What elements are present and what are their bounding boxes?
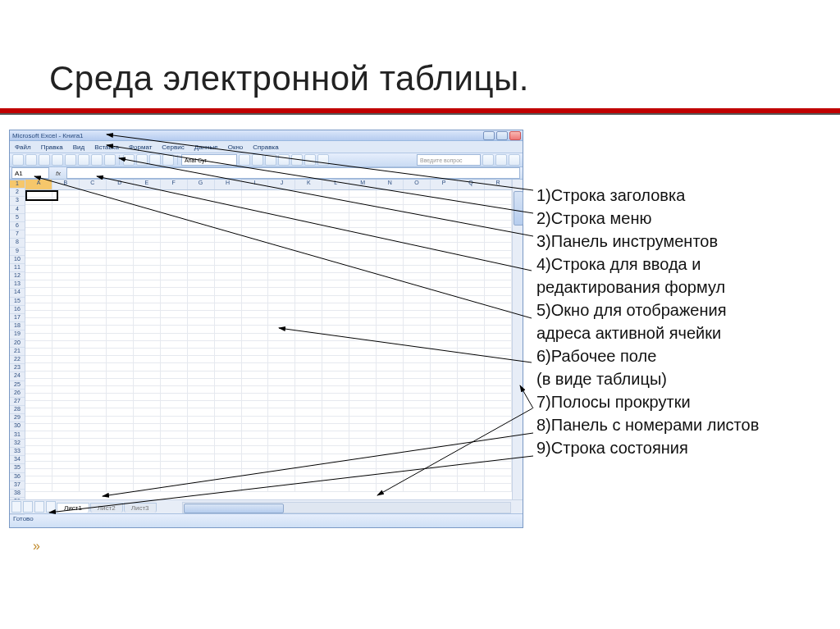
row-header[interactable]: 6 — [10, 222, 25, 230]
toolbar-button[interactable] — [495, 154, 507, 166]
column-header[interactable]: R — [485, 180, 512, 189]
toolbar-button[interactable] — [482, 154, 494, 166]
row-header[interactable]: 33 — [10, 448, 25, 456]
toolbar-button[interactable] — [104, 154, 116, 166]
row-header[interactable]: 7 — [10, 230, 25, 239]
fx-label[interactable]: fx — [52, 170, 64, 177]
column-header[interactable]: Q — [458, 180, 485, 189]
toolbar-button[interactable] — [149, 154, 161, 166]
row-header[interactable]: 23 — [10, 364, 25, 372]
menu-data[interactable]: Данные — [189, 144, 223, 151]
row-header[interactable]: 38 — [10, 490, 25, 498]
name-box[interactable]: A1 — [11, 167, 49, 179]
row-header[interactable]: 35 — [10, 464, 25, 472]
row-header[interactable]: 21 — [10, 348, 25, 356]
row-header[interactable]: 25 — [10, 381, 25, 390]
column-header[interactable]: G — [188, 180, 215, 189]
menu-edit[interactable]: Правка — [36, 144, 68, 151]
row-header[interactable]: 2 — [10, 189, 25, 197]
horizontal-scrollbar[interactable] — [182, 502, 511, 513]
column-header[interactable]: A — [25, 180, 52, 189]
sheet-nav-prev[interactable] — [23, 501, 33, 513]
row-header[interactable]: 12 — [10, 272, 25, 280]
row-header[interactable]: 31 — [10, 431, 25, 440]
toolbar-button[interactable] — [304, 154, 316, 166]
row-header[interactable]: 11 — [10, 264, 25, 272]
column-header[interactable]: E — [134, 180, 161, 189]
row-header[interactable]: 20 — [10, 340, 25, 348]
row-header[interactable]: 18 — [10, 322, 25, 330]
row-header[interactable]: 36 — [10, 473, 25, 481]
toolbar-button[interactable] — [291, 154, 303, 166]
column-header[interactable]: P — [431, 180, 458, 189]
row-header[interactable]: 16 — [10, 306, 25, 314]
toolbar-button[interactable] — [136, 154, 148, 166]
cells-area[interactable] — [25, 190, 512, 492]
row-header[interactable]: 32 — [10, 440, 25, 448]
menu-file[interactable]: Файл — [10, 144, 36, 151]
row-header[interactable]: 37 — [10, 481, 25, 490]
menu-service[interactable]: Сервис — [157, 144, 189, 151]
menu-format[interactable]: Формат — [124, 144, 157, 151]
sheet-nav-next[interactable] — [34, 501, 44, 513]
horizontal-scroll-thumb[interactable] — [184, 504, 284, 513]
column-header[interactable]: I — [242, 180, 269, 189]
row-header[interactable]: 30 — [10, 422, 25, 431]
row-header[interactable]: 8 — [10, 239, 25, 247]
column-header[interactable]: N — [377, 180, 404, 189]
row-header[interactable]: 9 — [10, 248, 25, 256]
row-header[interactable]: 19 — [10, 330, 25, 339]
row-header[interactable]: 3 — [10, 197, 25, 205]
toolbar-button[interactable] — [91, 154, 103, 166]
row-header[interactable]: 27 — [10, 398, 25, 406]
column-header[interactable]: J — [268, 180, 295, 189]
toolbar-button[interactable] — [239, 154, 250, 166]
help-search-box[interactable]: Введите вопрос — [417, 154, 481, 166]
row-header[interactable]: 4 — [10, 206, 25, 214]
column-header[interactable]: D — [107, 180, 134, 189]
column-header[interactable]: H — [215, 180, 242, 189]
menu-insert[interactable]: Вставка — [89, 144, 124, 151]
sheet-tab-3[interactable]: Лист3 — [124, 503, 157, 513]
toolbar-button[interactable] — [12, 154, 24, 166]
toolbar-button[interactable] — [25, 154, 37, 166]
formula-input[interactable] — [66, 167, 520, 179]
row-header[interactable]: 22 — [10, 356, 25, 364]
toolbar-button[interactable] — [123, 154, 135, 166]
column-header[interactable]: L — [322, 180, 349, 189]
toolbar-button[interactable] — [65, 154, 76, 166]
row-header[interactable]: 29 — [10, 414, 25, 422]
toolbar-button[interactable] — [52, 154, 63, 166]
row-header[interactable]: 15 — [10, 298, 25, 306]
toolbar-button[interactable] — [252, 154, 263, 166]
menu-window[interactable]: Окно — [223, 144, 249, 151]
column-header[interactable]: F — [161, 180, 188, 189]
column-header[interactable]: C — [80, 180, 107, 189]
row-header[interactable]: 5 — [10, 214, 25, 222]
menu-help[interactable]: Справка — [248, 144, 283, 151]
font-selector[interactable]: Arial Cyr — [181, 154, 237, 166]
row-header[interactable]: 34 — [10, 456, 25, 464]
vertical-scrollbar[interactable] — [512, 180, 523, 499]
toolbar-button[interactable] — [317, 154, 329, 166]
row-header[interactable]: 24 — [10, 372, 25, 381]
toolbar-button[interactable] — [162, 154, 174, 166]
sheet-nav-first[interactable] — [11, 501, 21, 513]
row-header[interactable]: 10 — [10, 256, 25, 264]
row-header[interactable]: 1 — [10, 180, 25, 189]
toolbar-button[interactable] — [39, 154, 50, 166]
maximize-button[interactable] — [496, 131, 508, 140]
minimize-button[interactable] — [483, 131, 495, 140]
toolbar-button[interactable] — [78, 154, 89, 166]
column-header[interactable]: K — [295, 180, 322, 189]
row-header[interactable]: 17 — [10, 314, 25, 322]
row-header[interactable]: 26 — [10, 390, 25, 398]
sheet-tab-1[interactable]: Лист1 — [57, 503, 89, 513]
row-header[interactable]: 28 — [10, 406, 25, 414]
menu-view[interactable]: Вид — [68, 144, 89, 151]
toolbar-button[interactable] — [278, 154, 290, 166]
row-header[interactable]: 14 — [10, 289, 25, 297]
toolbar-button[interactable] — [265, 154, 276, 166]
close-button[interactable] — [509, 131, 521, 140]
column-header[interactable]: O — [404, 180, 431, 189]
